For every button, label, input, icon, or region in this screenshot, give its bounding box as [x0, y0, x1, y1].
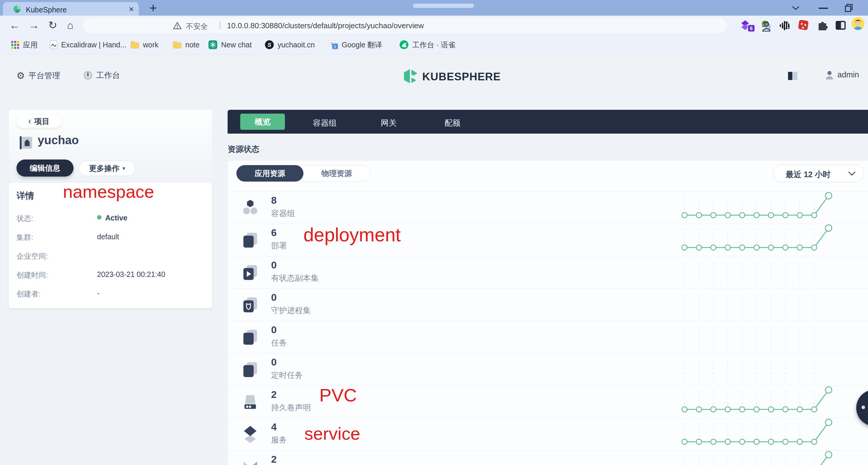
extension-person-icon[interactable]: [761, 20, 772, 31]
statefulsets-label: 有状态副本集: [271, 273, 319, 283]
jobs-sparkline: [676, 321, 868, 353]
resource-type-toggle[interactable]: 应用资源 物理资源: [237, 165, 371, 182]
deployments-sparkline: [676, 224, 868, 256]
bookmark-yuque[interactable]: 工作台 · 语雀: [399, 35, 456, 54]
extension-dice-icon[interactable]: [798, 19, 810, 31]
statefulsets-icon: [241, 263, 259, 282]
security-label: 不安全: [186, 22, 208, 31]
forward-icon[interactable]: →: [29, 19, 39, 31]
more-actions-button[interactable]: 更多操作 ▾: [79, 161, 135, 176]
resource-row-ingress[interactable]: 2: [227, 450, 868, 465]
yuque-icon: [399, 40, 409, 50]
bookmark-excalidraw[interactable]: Excalidraw | Hand...: [50, 35, 126, 54]
svg-text:S: S: [268, 42, 271, 48]
back-icon[interactable]: ←: [9, 19, 20, 31]
ingress-count: 2: [271, 454, 277, 465]
screen: KubeSphere × + ← → ↻ ⌂ 不安全 | 10.0.0.80:3…: [0, 0, 868, 465]
cronjobs-label: 定时任务: [271, 370, 303, 381]
bookmark-label: yuchaoit.cn: [278, 40, 315, 49]
tab-close-icon[interactable]: ×: [129, 4, 134, 14]
home-icon[interactable]: ⌂: [67, 19, 73, 31]
tab-gateway[interactable]: 网关: [381, 118, 397, 128]
bookmark-label: 工作台 · 语雀: [412, 40, 456, 50]
user-menu[interactable]: admin: [825, 70, 859, 80]
username: admin: [837, 70, 859, 80]
drag-pill[interactable]: [413, 3, 474, 8]
brand-text: KUBESPHERE: [422, 70, 501, 83]
google-translate-icon: G 文: [329, 40, 338, 50]
not-secure-warning-icon: [173, 22, 182, 30]
sidebar-toggle-icon[interactable]: [835, 20, 846, 30]
bookmark-label: New chat: [221, 40, 252, 49]
services-sparkline: [676, 418, 868, 451]
detail-label-creator: 创建者:: [17, 289, 40, 299]
browser-toolbar: ← → ↻ ⌂ 不安全 | 10.0.0.80:30880/clusters/d…: [0, 16, 868, 35]
resource-row-daemonsets[interactable]: 0 守护进程集: [227, 288, 868, 321]
platform-management-label: 平台管理: [29, 70, 60, 81]
tab-overview-label: 概览: [255, 117, 271, 127]
excalidraw-icon: [50, 40, 58, 50]
gear-icon: ⚙: [17, 70, 25, 81]
back-label: 项目: [34, 116, 50, 126]
bookmark-work[interactable]: work: [130, 35, 158, 54]
daemonsets-sparkline: [676, 289, 868, 321]
time-range-dropdown[interactable]: 最近 12 小时: [773, 165, 864, 182]
toggle-inactive-label: 物理资源: [321, 168, 352, 179]
tab-title: KubeSphere: [26, 6, 67, 14]
url-separator: |: [219, 20, 221, 29]
detail-value-creator: -: [97, 289, 99, 297]
resource-status-panel: 应用资源 物理资源 最近 12 小时 8 容器组: [227, 161, 868, 465]
ingress-icon: [241, 458, 259, 465]
bookmark-apps[interactable]: 应用: [10, 35, 38, 54]
tab-overview[interactable]: 概览: [240, 114, 285, 130]
browser-tab[interactable]: KubeSphere ×: [3, 2, 139, 16]
back-to-projects-button[interactable]: ‹ 项目: [17, 115, 61, 128]
resource-row-jobs[interactable]: 0 任务: [227, 321, 868, 353]
pods-icon: [241, 199, 259, 217]
bookmark-google-translate[interactable]: G 文 Google 翻译: [329, 35, 382, 54]
kubesphere-logo-icon: [403, 68, 419, 85]
resource-row-statefulsets[interactable]: 0 有状态副本集: [227, 256, 868, 288]
bookmark-yuchaoit[interactable]: S yuchaoit.cn: [265, 35, 315, 54]
detail-label-workspace: 企业空间:: [17, 251, 48, 261]
services-count: 4: [271, 421, 277, 433]
deployments-icon: [241, 231, 259, 249]
pvc-sparkline: [676, 386, 868, 418]
kubesphere-favicon: [13, 5, 21, 13]
bookmark-label: work: [143, 40, 158, 49]
resource-row-cronjobs[interactable]: 0 定时任务: [227, 353, 868, 385]
edit-info-button[interactable]: 编辑信息: [17, 159, 73, 177]
documentation-book-icon[interactable]: [787, 71, 798, 81]
tab-search-chevron-icon[interactable]: [792, 5, 800, 10]
toggle-physical-resources[interactable]: 物理资源: [303, 166, 370, 181]
annotation-service: service: [304, 425, 360, 443]
platform-management-menu[interactable]: ⚙ 平台管理: [17, 70, 60, 81]
profile-avatar[interactable]: [851, 17, 865, 30]
apps-grid-icon: [10, 40, 20, 49]
url-text[interactable]: 10.0.0.80:30880/clusters/default/project…: [227, 21, 424, 30]
folder-icon: [172, 40, 182, 49]
pvc-count: 2: [271, 389, 277, 400]
resource-row-pods[interactable]: 8 容器组: [227, 191, 868, 224]
more-actions-label: 更多操作: [89, 163, 119, 174]
project-icon: [18, 135, 34, 151]
restore-button[interactable]: [844, 3, 853, 12]
workbench-menu[interactable]: 工作台: [83, 70, 120, 81]
tab-quota[interactable]: 配额: [444, 118, 461, 128]
extension-waveform-icon[interactable]: [779, 20, 791, 31]
reload-icon[interactable]: ↻: [48, 19, 57, 31]
new-tab-button[interactable]: +: [149, 1, 157, 15]
extensions-puzzle-icon[interactable]: [817, 20, 829, 31]
tab-pods[interactable]: 容器组: [313, 118, 337, 128]
minimize-button[interactable]: [818, 8, 828, 9]
bookmark-note[interactable]: note: [172, 35, 200, 54]
cronjobs-sparkline: [676, 353, 868, 386]
services-label: 服务: [271, 435, 287, 445]
caret-down-icon: ▾: [122, 165, 125, 172]
bookmark-new-chat[interactable]: New chat: [208, 35, 252, 54]
toggle-application-resources[interactable]: 应用资源: [237, 165, 304, 182]
detail-value-cluster: default: [97, 233, 119, 241]
pods-label: 容器组: [271, 208, 295, 219]
pvc-icon: [241, 393, 259, 411]
address-bar[interactable]: 不安全 | 10.0.0.80:30880/clusters/default/p…: [83, 18, 727, 33]
